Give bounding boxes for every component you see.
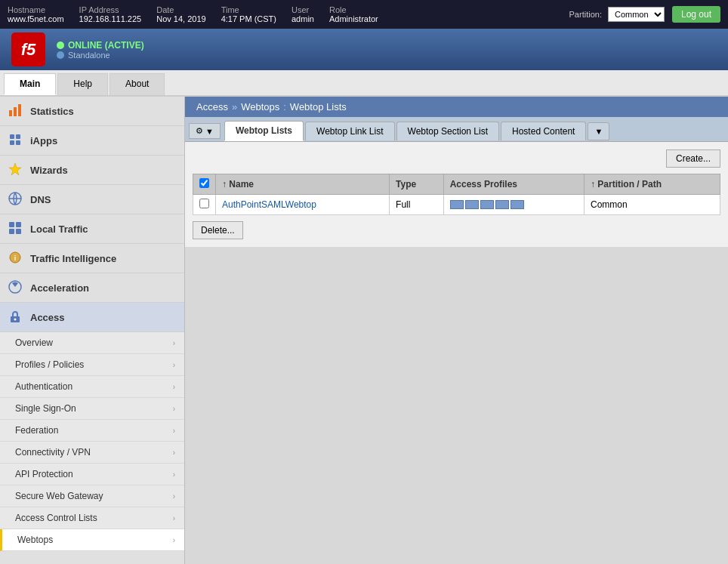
user-group: User admin [292,5,314,23]
intelligence-icon: i [8,250,24,267]
access-profiles-bar [450,200,578,209]
online-dot [57,42,64,49]
svg-rect-0 [9,110,12,116]
submenu-label-sso: Single Sign-On [15,403,76,414]
row-checkbox[interactable] [199,199,209,208]
sidebar-label-traffic-intelligence: Traffic Intelligence [30,253,116,264]
traffic-icon [8,220,24,237]
progress-seg-5 [511,200,524,209]
partition-select[interactable]: Common [608,7,665,22]
sidebar-item-local-traffic[interactable]: Local Traffic [0,214,184,244]
submenu-item-single-sign-on[interactable]: Single Sign-On › [0,398,184,420]
svg-rect-13 [16,229,21,234]
submenu-label-acl: Access Control Lists [15,513,97,523]
ip-value: 192.168.111.225 [79,14,142,23]
top-bar: Hostname www.f5net.com IP Address 192.16… [0,0,728,29]
chevron-icon: › [173,514,175,522]
user-label: User [292,5,314,14]
svg-rect-10 [9,222,14,227]
gear-button[interactable]: ⚙ ▼ [189,123,221,139]
submenu-item-api-protection[interactable]: API Protection › [0,464,184,485]
col-header-name[interactable]: ↑ Name [216,174,390,195]
date-group: Date Nov 14, 2019 [156,5,205,23]
access-icon [8,309,24,325]
submenu-item-connectivity-vpn[interactable]: Connectivity / VPN › [0,442,184,464]
submenu-item-federation[interactable]: Federation › [0,420,184,442]
chevron-icon: › [173,470,175,479]
sidebar-item-statistics[interactable]: Statistics [0,97,184,126]
more-tabs-button[interactable]: ▼ [588,122,609,140]
table-area: Create... ↑ Name Type [185,142,728,247]
gear-dropdown-icon: ▼ [205,127,214,136]
submenu-item-secure-web-gateway[interactable]: Secure Web Gateway › [0,485,184,507]
svg-rect-3 [10,134,14,139]
time-label: Time [221,5,276,14]
acceleration-icon [8,279,24,296]
select-all-checkbox[interactable] [199,178,209,188]
role-label: Role [329,5,378,14]
chevron-icon: › [173,448,175,457]
submenu-item-overview[interactable]: Overview › [0,332,184,354]
col-header-partition-path[interactable]: ↑ Partition / Path [585,174,720,195]
svg-rect-5 [10,140,14,145]
tab-main[interactable]: Main [4,73,56,95]
sidebar-item-iapps[interactable]: iApps [0,126,184,156]
submenu-label-api: API Protection [15,469,73,479]
gear-icon: ⚙ [196,126,203,136]
progress-seg-1 [450,200,464,209]
sidebar-item-dns[interactable]: DNS [0,185,184,214]
sidebar-item-acceleration[interactable]: Acceleration [0,273,184,303]
sidebar-item-wizards[interactable]: Wizards [0,156,184,185]
sidebar-item-access[interactable]: Access [0,303,184,332]
ip-group: IP Address 192.168.111.225 [79,5,142,23]
progress-seg-2 [465,200,479,209]
hostname-group: Hostname www.f5net.com [8,5,64,23]
col-header-type[interactable]: Type [390,174,444,195]
sidebar-label-access: Access [30,312,65,323]
svg-rect-12 [9,229,14,234]
sidebar-label-local-traffic: Local Traffic [30,223,88,235]
col-partition-path-label: Partition / Path [597,179,662,190]
row-partition-path-cell: Common [585,195,720,215]
row-checkbox-cell [193,195,216,215]
sidebar-label-iapps: iApps [30,135,57,146]
submenu-label-profiles: Profiles / Policies [15,359,84,370]
main-layout: Statistics iApps Wizards DNS [0,97,728,564]
subtab-webtop-link-list[interactable]: Webtop Link List [305,122,395,140]
subtab-webtop-lists[interactable]: Webtop Lists [224,121,304,141]
progress-seg-4 [495,200,509,209]
nav-tabs: Main Help About [0,70,728,97]
delete-button[interactable]: Delete... [193,221,243,239]
role-group: Role Administrator [329,5,378,23]
submenu-item-access-control-lists[interactable]: Access Control Lists › [0,507,184,529]
svg-rect-2 [18,104,21,116]
sidebar-item-traffic-intelligence[interactable]: i Traffic Intelligence [0,244,184,273]
submenu-item-webtops[interactable]: Webtops › [0,529,184,551]
content-area: Access » Webtops : Webtop Lists ⚙ ▼ Webt… [185,97,728,564]
svg-rect-1 [14,107,17,116]
date-label: Date [156,5,205,14]
standalone-dot [57,51,64,59]
tab-help[interactable]: Help [57,73,108,95]
create-button[interactable]: Create... [666,149,720,168]
logout-button[interactable]: Log out [672,6,720,23]
chevron-icon: › [173,492,175,501]
chevron-icon: › [173,536,175,544]
col-access-profiles-label: Access Profiles [450,179,517,190]
submenu-item-authentication[interactable]: Authentication › [0,376,184,398]
role-value: Administrator [329,14,378,23]
progress-seg-3 [480,200,494,209]
tab-about[interactable]: About [110,73,165,95]
sidebar-label-statistics: Statistics [30,106,74,117]
row-name-cell: AuthPointSAMLWebtop [216,195,390,215]
submenu-item-profiles-policies[interactable]: Profiles / Policies › [0,354,184,376]
row-name-link[interactable]: AuthPointSAMLWebtop [222,199,316,210]
chevron-icon: › [173,383,175,391]
sidebar-label-wizards: Wizards [30,165,68,176]
sidebar-label-acceleration: Acceleration [30,282,89,294]
chart-icon [8,103,24,119]
subtab-webtop-section-list[interactable]: Webtop Section List [396,122,500,140]
submenu-label-federation: Federation [15,425,58,436]
subtab-hosted-content[interactable]: Hosted Content [501,122,586,140]
col-header-access-profiles[interactable]: Access Profiles [443,174,584,195]
